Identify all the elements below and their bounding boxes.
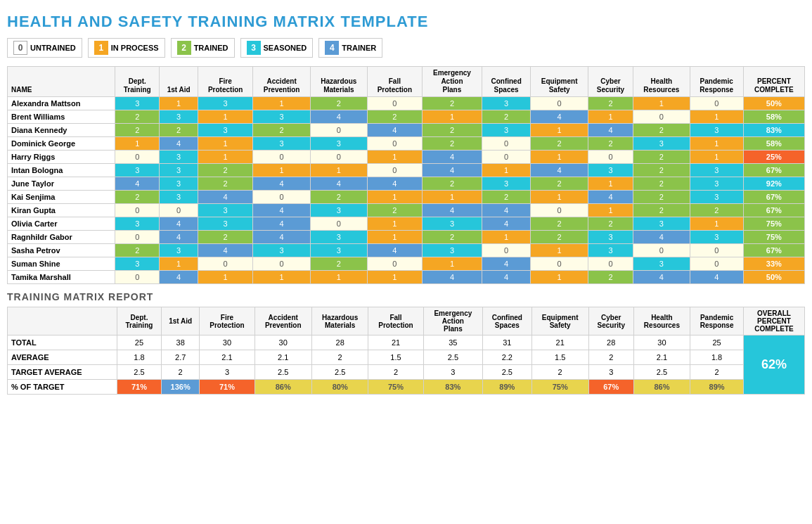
report-overall-pct: 62% xyxy=(743,336,804,395)
cell-value: 2 xyxy=(423,97,482,110)
report-col-dept: Dept.Training xyxy=(117,307,161,336)
cell-percent: 50% xyxy=(743,97,804,110)
cell-value: 3 xyxy=(198,217,252,231)
cell-value: 2 xyxy=(310,191,367,204)
col-header-fire: FireProtection xyxy=(198,67,252,97)
cell-percent: 25% xyxy=(743,151,804,164)
cell-value: 1 xyxy=(198,271,252,284)
table-row: Kai Senjima23402112142367% xyxy=(8,191,805,204)
cell-value: 4 xyxy=(482,204,531,217)
table-row: Tamika Marshall04111144124450% xyxy=(8,271,805,284)
cell-value: 3 xyxy=(198,204,252,217)
report-target-cell: 3 xyxy=(423,365,483,380)
legend-label-4: TRAINER xyxy=(342,44,376,52)
cell-value: 3 xyxy=(423,244,482,257)
report-total-cell: 25 xyxy=(117,336,161,350)
cell-name: Olivia Carter xyxy=(8,217,115,231)
cell-value: 2 xyxy=(531,177,588,191)
cell-value: 3 xyxy=(690,191,743,204)
cell-value: 1 xyxy=(115,137,160,151)
cell-value: 3 xyxy=(588,231,633,244)
col-header-fall: FallProtection xyxy=(367,67,422,97)
report-col-1staid: 1st Aid xyxy=(161,307,199,336)
legend-label-2: TRAINED xyxy=(194,44,228,52)
table-row: Brent Williams23134212410158% xyxy=(8,110,805,124)
cell-value: 3 xyxy=(690,164,743,177)
cell-value: 0 xyxy=(253,191,311,204)
cell-value: 3 xyxy=(482,97,531,110)
report-avg-cell: 2 xyxy=(588,350,633,365)
cell-value: 3 xyxy=(160,110,198,124)
report-target-cell: 2 xyxy=(531,365,588,380)
cell-value: 1 xyxy=(160,257,198,271)
cell-value: 3 xyxy=(198,124,252,137)
cell-value: 2 xyxy=(633,204,690,217)
cell-value: 3 xyxy=(310,204,367,217)
cell-value: 1 xyxy=(482,231,531,244)
cell-value: 1 xyxy=(198,151,252,164)
cell-percent: 58% xyxy=(743,137,804,151)
report-total-cell: 30 xyxy=(200,336,254,350)
cell-value: 1 xyxy=(531,151,588,164)
cell-value: 3 xyxy=(160,244,198,257)
cell-value: 0 xyxy=(367,137,422,151)
cell-value: 3 xyxy=(160,191,198,204)
report-pct-target-cell: 71% xyxy=(117,380,161,395)
cell-value: 0 xyxy=(160,204,198,217)
matrix-table: NAME Dept.Training 1st Aid FireProtectio… xyxy=(7,66,805,284)
cell-value: 3 xyxy=(588,164,633,177)
report-target-cell: 3 xyxy=(200,365,254,380)
cell-value: 0 xyxy=(115,231,160,244)
cell-value: 4 xyxy=(690,271,743,284)
badge-2: 2 xyxy=(177,41,191,55)
cell-value: 3 xyxy=(160,177,198,191)
cell-value: 4 xyxy=(588,124,633,137)
col-header-dept: Dept.Training xyxy=(115,67,160,97)
cell-value: 3 xyxy=(633,257,690,271)
cell-name: Tamika Marshall xyxy=(8,271,115,284)
report-col-confined: ConfinedSpaces xyxy=(483,307,531,336)
report-target-label: TARGET AVERAGE xyxy=(8,365,117,380)
cell-value: 1 xyxy=(588,204,633,217)
cell-value: 2 xyxy=(423,177,482,191)
report-pct-target-cell: 83% xyxy=(423,380,483,395)
cell-value: 1 xyxy=(310,271,367,284)
cell-value: 1 xyxy=(367,217,422,231)
cell-value: 3 xyxy=(253,137,311,151)
report-col-eap: EmergencyActionPlans xyxy=(423,307,483,336)
report-target-cell: 2.5 xyxy=(117,365,161,380)
cell-percent: 58% xyxy=(743,110,804,124)
cell-value: 2 xyxy=(198,177,252,191)
cell-name: Ragnhildr Gabor xyxy=(8,231,115,244)
matrix-header-row: NAME Dept.Training 1st Aid FireProtectio… xyxy=(8,67,805,97)
cell-value: 1 xyxy=(367,191,422,204)
cell-value: 1 xyxy=(423,110,482,124)
cell-value: 1 xyxy=(198,110,252,124)
cell-value: 1 xyxy=(160,97,198,110)
cell-value: 0 xyxy=(367,164,422,177)
cell-value: 2 xyxy=(588,271,633,284)
report-pct-target-cell: 89% xyxy=(483,380,531,395)
cell-value: 3 xyxy=(482,177,531,191)
cell-name: Kiran Gupta xyxy=(8,204,115,217)
report-avg-cell: 2.1 xyxy=(200,350,254,365)
cell-value: 2 xyxy=(482,191,531,204)
cell-value: 1 xyxy=(367,271,422,284)
cell-value: 4 xyxy=(253,231,311,244)
cell-value: 2 xyxy=(588,137,633,151)
report-total-cell: 21 xyxy=(531,336,588,350)
legend-item-3: 3 SEASONED xyxy=(240,38,314,58)
cell-value: 4 xyxy=(423,271,482,284)
cell-value: 1 xyxy=(690,151,743,164)
cell-value: 4 xyxy=(482,271,531,284)
badge-0: 0 xyxy=(13,41,27,55)
report-pct-target-cell: 86% xyxy=(633,380,690,395)
cell-value: 2 xyxy=(423,137,482,151)
cell-value: 3 xyxy=(160,164,198,177)
cell-name: Alexandra Mattson xyxy=(8,97,115,110)
cell-value: 2 xyxy=(310,97,367,110)
cell-value: 4 xyxy=(531,164,588,177)
cell-value: 2 xyxy=(423,231,482,244)
cell-value: 3 xyxy=(115,164,160,177)
col-header-hazmat: HazardousMaterials xyxy=(310,67,367,97)
